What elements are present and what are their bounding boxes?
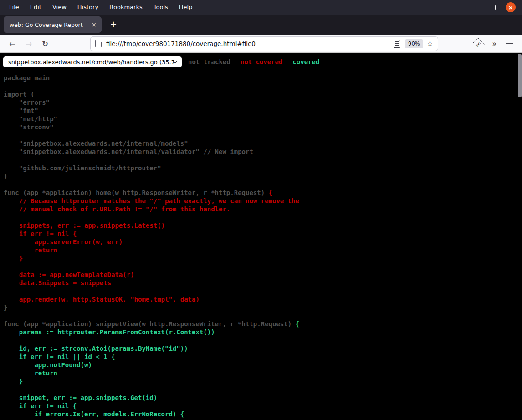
code-line: if errors.Is(err, models.ErrNoRecord) { — [4, 410, 522, 418]
chevron-down-icon — [173, 59, 178, 63]
navigation-toolbar: ← → ↻ file:///tmp/cover980171880/coverag… — [0, 35, 522, 53]
tab-title: web: Go Coverage Report — [10, 21, 89, 28]
file-select[interactable]: snippetbox.alexedwards.net/cmd/web/handl… — [3, 56, 182, 67]
code-line: } — [4, 377, 522, 385]
code-line — [4, 312, 522, 320]
toolbar-right-icons: ✂ » — [471, 36, 517, 51]
reader-mode-icon[interactable] — [394, 40, 400, 48]
code-block: package main import ( "errors" "fmt" "ne… — [0, 74, 522, 420]
code-line: app.render(w, http.StatusOK, "home.tmpl"… — [4, 295, 522, 303]
window-controls: × — [475, 2, 516, 12]
code-line: app.notFound(w) — [4, 361, 522, 369]
code-line: func (app *application) snippetView(w ht… — [4, 320, 522, 328]
reload-icon[interactable]: ↻ — [37, 36, 53, 51]
code-line: "github.com/julienschmidt/httprouter" — [4, 164, 522, 172]
code-line: snippet, err := app.snippets.Get(id) — [4, 394, 522, 402]
menu-item-edit[interactable]: Edit — [25, 0, 47, 15]
close-window-icon[interactable]: × — [506, 2, 516, 12]
code-line: if err != nil { — [4, 402, 522, 410]
code-line: app.serverError(w, err) — [4, 238, 522, 246]
page-info-icon[interactable] — [95, 40, 102, 47]
code-line: "snippetbox.alexedwards.net/internal/val… — [4, 148, 522, 156]
page-content: snippetbox.alexedwards.net/cmd/web/handl… — [0, 53, 522, 420]
code-line: id, err := strconv.Atoi(params.ByName("i… — [4, 344, 522, 353]
tab-strip: web: Go Coverage Report × + — [0, 15, 522, 35]
code-line: "net/http" — [4, 115, 522, 123]
code-line: return — [4, 369, 522, 377]
menu-item-bookmarks[interactable]: Bookmarks — [104, 0, 148, 15]
code-line — [4, 82, 522, 90]
code-line: if err != nil || id < 1 { — [4, 353, 522, 361]
url-bar[interactable]: file:///tmp/cover980171880/coverage.html… — [90, 36, 438, 51]
menu-item-tools[interactable]: Tools — [148, 0, 174, 15]
minimize-icon[interactable] — [475, 9, 481, 9]
overflow-chevron-icon[interactable]: » — [486, 36, 502, 51]
code-line — [4, 287, 522, 295]
screenshot-icon[interactable]: ✂ — [471, 36, 486, 51]
coverage-topbar: snippetbox.alexedwards.net/cmd/web/handl… — [0, 53, 522, 70]
code-line: app.notFound(w) — [4, 418, 522, 420]
bookmark-star-icon[interactable]: ☆ — [427, 40, 433, 47]
tab-coverage-report[interactable]: web: Go Coverage Report × — [4, 16, 102, 33]
code-line: func (app *application) home(w http.Resp… — [4, 189, 522, 197]
code-line — [4, 262, 522, 271]
code-line: "fmt" — [4, 107, 522, 115]
page-scrollbar-thumb[interactable] — [518, 54, 522, 97]
maximize-icon[interactable] — [491, 5, 496, 10]
legend-not-tracked: not tracked — [188, 58, 230, 66]
zoom-level-button[interactable]: 90% — [405, 39, 423, 48]
tab-close-icon[interactable]: × — [89, 20, 99, 30]
code-line: "snippetbox.alexedwards.net/internal/mod… — [4, 139, 522, 148]
code-line — [4, 336, 522, 344]
code-line: ) — [4, 172, 522, 180]
new-tab-button[interactable]: + — [106, 16, 121, 31]
menu-item-view[interactable]: View — [47, 0, 72, 15]
url-input[interactable]: file:///tmp/cover980171880/coverage.html… — [106, 40, 394, 47]
code-line — [4, 156, 522, 164]
code-line: return — [4, 246, 522, 254]
code-line: params := httprouter.ParamsFromContext(r… — [4, 328, 522, 336]
code-line: if err != nil { — [4, 230, 522, 238]
coverage-legend: not trackednot coveredcovered — [188, 58, 329, 66]
code-line — [4, 385, 522, 394]
menu-item-help[interactable]: Help — [174, 0, 198, 15]
code-line: "strconv" — [4, 123, 522, 131]
code-line: "errors" — [4, 98, 522, 107]
menu-item-history[interactable]: History — [72, 0, 104, 15]
menu-item-file[interactable]: File — [4, 0, 25, 15]
code-line: // manual check of r.URL.Path != "/" fro… — [4, 205, 522, 213]
legend-not-covered: not covered — [241, 58, 283, 66]
code-line: data.Snippets = snippets — [4, 279, 522, 287]
code-line: snippets, err := app.snippets.Latest() — [4, 221, 522, 230]
file-select-value: snippetbox.alexedwards.net/cmd/web/handl… — [8, 59, 174, 66]
menu-items: FileEditViewHistoryBookmarksToolsHelp — [4, 0, 198, 15]
code-line — [4, 180, 522, 189]
code-line: } — [4, 303, 522, 312]
menu-bar: FileEditViewHistoryBookmarksToolsHelp × — [0, 0, 522, 15]
legend-covered: covered — [292, 58, 319, 66]
back-icon[interactable]: ← — [5, 36, 20, 51]
hamburger-menu-icon[interactable] — [502, 36, 517, 51]
code-line: package main — [4, 74, 522, 82]
code-line: // Because httprouter matches the "/" pa… — [4, 197, 522, 205]
code-line: import ( — [4, 90, 522, 98]
code-line: } — [4, 254, 522, 262]
code-line — [4, 213, 522, 221]
code-line: data := app.newTemplateData(r) — [4, 271, 522, 279]
forward-icon[interactable]: → — [21, 36, 36, 51]
code-line — [4, 131, 522, 139]
